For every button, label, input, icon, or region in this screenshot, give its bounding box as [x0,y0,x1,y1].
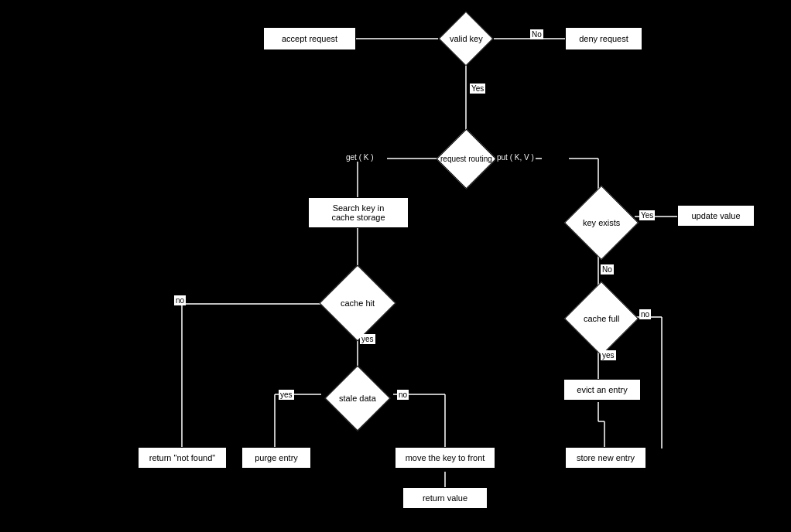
move-key-to-front-box: move the key to front [395,447,495,469]
no-key-exists-label: No [601,264,614,275]
no-stale-data-label: no [397,390,409,400]
key-exists-diamond: key exists [567,192,635,254]
cache-full-diamond: cache full [567,288,635,350]
update-value-box: update value [677,205,755,227]
search-key-box: Search key in cache storage [308,197,409,228]
yes-stale-data-label: yes [279,390,294,400]
store-new-entry-box: store new entry [565,447,646,469]
stale-data-diamond: stale data [324,371,392,425]
yes-cache-hit-label: yes [360,334,375,344]
return-value-box: return value [402,487,488,509]
deny-request-box: deny request [565,27,642,50]
request-routing-diamond: request routing [438,135,494,182]
cache-hit-diamond: cache hit [324,269,392,337]
yes-key-exists-label: Yes [639,210,655,220]
return-not-found-box: return "not found" [138,447,227,469]
yes-cache-full-label: yes [601,350,616,360]
no-cache-hit-label: no [174,295,186,305]
evict-an-entry-box: evict an entry [563,379,641,401]
accept-request-box: accept request [263,27,356,50]
purge-entry-box: purge entry [241,447,311,469]
get-k-label: get ( K ) [344,153,375,162]
no-valid-key-label: No [530,29,543,39]
flowchart: accept request valid key deny request No… [0,0,791,532]
put-kv-label: put ( K, V ) [495,153,536,162]
yes-valid-key-label: Yes [470,84,485,94]
no-cache-full-label: no [639,309,651,319]
valid-key-diamond: valid key [438,19,494,58]
